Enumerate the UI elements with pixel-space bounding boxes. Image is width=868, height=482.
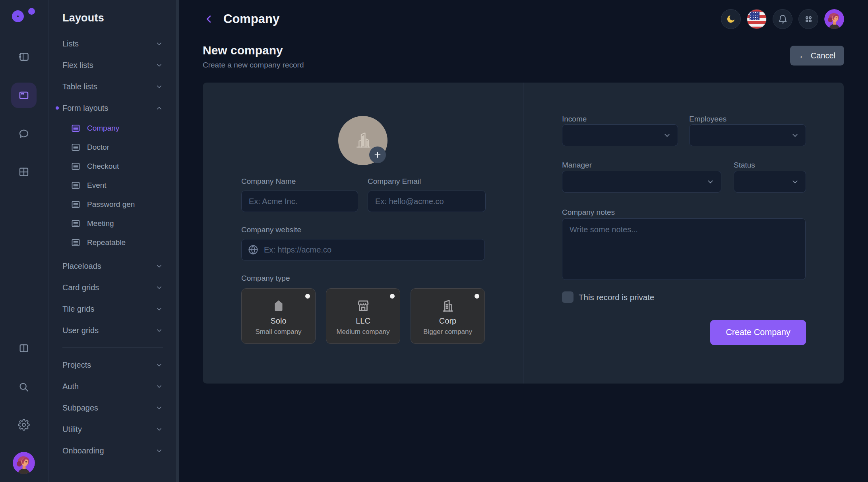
moon-icon: [726, 14, 736, 24]
new-company-form-card: Company Name Company Email Company websi…: [203, 83, 844, 384]
chevron-down-icon: [155, 62, 163, 69]
app-logo[interactable]: [11, 7, 37, 33]
main-content: Company New company Create a new company…: [179, 0, 868, 482]
home-icon: [271, 298, 286, 313]
sidebar-item-projects[interactable]: Projects: [48, 354, 179, 376]
sidebar-item-table-lists[interactable]: Table lists: [48, 76, 179, 97]
private-record-label: This record is private: [579, 293, 654, 302]
form-doc-icon: [70, 181, 81, 190]
chevron-down-icon: [155, 262, 163, 270]
chevron-down-icon: [155, 327, 163, 334]
company-name-input[interactable]: [241, 191, 358, 212]
form-doc-icon: [70, 200, 81, 209]
form-doc-icon: [70, 238, 81, 247]
create-company-button[interactable]: Create Company: [710, 320, 806, 345]
chat-icon[interactable]: [18, 128, 30, 140]
panels-icon[interactable]: [18, 51, 30, 63]
icon-rail: [0, 0, 48, 482]
sidebar-subitem-checkout[interactable]: Checkout: [48, 157, 179, 176]
income-label: Income: [562, 115, 587, 123]
back-icon[interactable]: [203, 13, 215, 25]
language-button[interactable]: [747, 9, 767, 29]
sidebar-item-placeloads[interactable]: Placeloads: [48, 255, 179, 277]
chevron-down-icon: [791, 131, 799, 139]
radio-dot: [390, 294, 395, 299]
sidebar-item-lists[interactable]: Lists: [48, 33, 179, 54]
chevron-down-icon: [155, 361, 163, 369]
sidebar-item-utility[interactable]: Utility: [48, 418, 179, 440]
sidebar-subitem-password-gen[interactable]: Password gen: [48, 195, 179, 214]
window-icon: [18, 89, 30, 101]
manager-label: Manager: [562, 161, 592, 170]
bell-icon: [778, 14, 788, 24]
sidebar: Layouts Lists Flex lists Table lists For…: [48, 0, 179, 482]
sidebar-item-user-grids[interactable]: User grids: [48, 320, 179, 341]
rail-item-layouts-active[interactable]: [11, 83, 37, 108]
apps-icon: [804, 14, 814, 24]
chevron-down-icon: [155, 83, 163, 91]
sidebar-subitem-company[interactable]: Company: [48, 119, 179, 138]
company-website-field: [241, 239, 485, 260]
company-notes-label: Company notes: [562, 208, 615, 217]
income-select[interactable]: [562, 124, 678, 146]
page-head: New company Create a new company record …: [179, 38, 868, 69]
sidebar-item-card-grids[interactable]: Card grids: [48, 277, 179, 298]
company-email-label: Company Email: [368, 177, 421, 186]
rail-profile-avatar[interactable]: [13, 452, 35, 474]
us-flag-icon: [750, 12, 760, 20]
chevron-down-icon: [706, 177, 715, 186]
plus-icon: [373, 150, 382, 159]
storefront-icon: [356, 298, 371, 313]
radio-dot: [305, 294, 310, 299]
company-notes-textarea[interactable]: [562, 218, 806, 280]
company-type-option-solo[interactable]: Solo Small company: [241, 288, 316, 344]
sidebar-item-auth[interactable]: Auth: [48, 376, 179, 397]
sidebar-title: Layouts: [48, 12, 179, 24]
columns-icon[interactable]: [18, 342, 30, 354]
sidebar-divider: [62, 347, 163, 348]
company-email-input[interactable]: [368, 191, 486, 212]
notifications-button[interactable]: [773, 9, 792, 29]
apps-button[interactable]: [798, 9, 818, 29]
card-divider: [523, 83, 523, 384]
sidebar-item-tile-grids[interactable]: Tile grids: [48, 298, 179, 320]
sidebar-item-onboarding[interactable]: Onboarding: [48, 440, 179, 461]
cancel-button[interactable]: ← Cancel: [790, 46, 844, 66]
private-record-checkbox[interactable]: [562, 291, 574, 303]
form-doc-icon: [70, 162, 81, 171]
chevron-up-icon: [155, 104, 163, 112]
user-avatar[interactable]: [824, 9, 844, 29]
logo-dot: [28, 8, 35, 15]
chevron-down-icon: [155, 40, 163, 48]
status-label: Status: [734, 161, 755, 170]
add-logo-button[interactable]: [369, 147, 386, 163]
manager-select[interactable]: [562, 171, 721, 193]
chevron-down-icon: [155, 404, 163, 412]
gear-icon[interactable]: [18, 419, 30, 431]
status-select[interactable]: [734, 171, 806, 193]
theme-toggle-button[interactable]: [721, 9, 741, 29]
sidebar-item-flex-lists[interactable]: Flex lists: [48, 54, 179, 76]
back-arrow-glyph: ←: [799, 51, 807, 60]
chevron-down-icon: [155, 383, 163, 390]
company-website-input[interactable]: [241, 239, 485, 260]
radio-dot: [475, 294, 479, 299]
sidebar-subitem-meeting[interactable]: Meeting: [48, 214, 179, 233]
company-type-option-corp[interactable]: Corp Bigger company: [411, 288, 485, 344]
sidebar-subitem-doctor[interactable]: Doctor: [48, 138, 179, 157]
globe-icon: [248, 244, 259, 255]
sidebar-item-subpages[interactable]: Subpages: [48, 397, 179, 418]
sidebar-scrollbar[interactable]: [176, 0, 179, 482]
sidebar-item-form-layouts[interactable]: Form layouts: [48, 97, 179, 119]
form-doc-icon: [70, 219, 81, 228]
company-type-option-llc[interactable]: LLC Medium company: [326, 288, 400, 344]
sidebar-subitem-repeatable[interactable]: Repeatable: [48, 233, 179, 252]
sidebar-subitem-event[interactable]: Event: [48, 176, 179, 195]
grid-icon[interactable]: [18, 166, 30, 178]
search-icon[interactable]: [18, 381, 30, 393]
chevron-down-icon: [663, 131, 671, 139]
employees-select[interactable]: [689, 124, 806, 146]
top-bar: Company: [179, 0, 868, 38]
company-name-label: Company Name: [241, 177, 296, 186]
form-doc-icon: [70, 123, 81, 133]
